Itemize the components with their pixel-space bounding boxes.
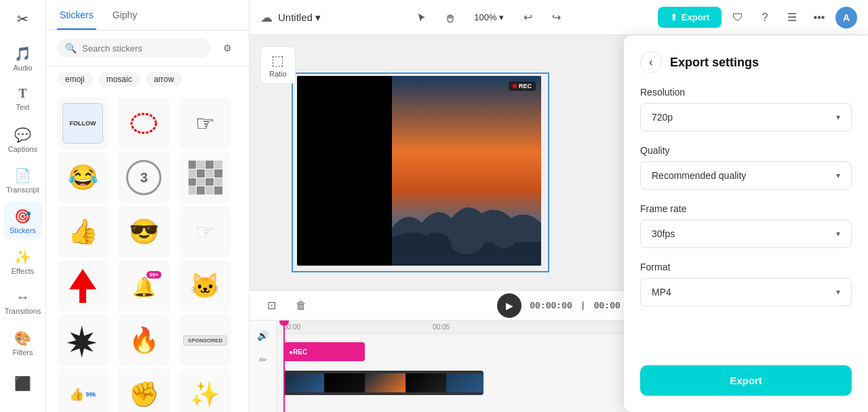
video-thumb-2 xyxy=(324,373,365,392)
filter-button[interactable]: ⚙ xyxy=(216,37,238,59)
chevron-down-icon: ▾ xyxy=(315,12,321,24)
export-button[interactable]: ⬆ Export xyxy=(658,7,722,28)
topbar: ☁ Untitled ▾ 100% ▾ ↩ ↪ ⬆ Export xyxy=(250,0,868,35)
sidebar-item-filters[interactable]: 🎨 Filters xyxy=(4,324,42,362)
resolution-value: 720p xyxy=(652,112,673,123)
help-icon-btn[interactable]: ? xyxy=(754,7,776,28)
export-panel-header: ‹ Export settings xyxy=(640,52,852,73)
avatar[interactable]: A xyxy=(835,7,857,28)
video-canvas: REC xyxy=(297,76,541,266)
format-field: Format MP4 ▾ xyxy=(640,262,852,306)
format-dropdown[interactable]: MP4 ▾ xyxy=(640,278,852,306)
ratio-icon: ⬚ xyxy=(271,52,284,68)
edit-button[interactable]: ✏ xyxy=(254,350,273,369)
video-thumb-3 xyxy=(365,373,406,392)
filters-icon: 🎨 xyxy=(14,330,31,346)
sidebar-item-audio[interactable]: 🎵 Audio xyxy=(4,39,42,77)
resolution-field: Resolution 720p ▾ xyxy=(640,87,852,131)
sticker-sponsored[interactable]: SPONSORED xyxy=(180,314,231,366)
sidebar-item-label: Text xyxy=(16,103,29,111)
search-bar: 🔍 ⚙ xyxy=(46,30,249,66)
stickers-icon: 🎯 xyxy=(14,208,31,224)
search-input-wrapper[interactable]: 🔍 xyxy=(57,39,211,58)
pointer-tool-button[interactable] xyxy=(410,6,433,29)
sticker-laughing[interactable]: 😂 xyxy=(57,152,108,203)
video-thumb-5 xyxy=(446,373,484,392)
ratio-label: Ratio xyxy=(269,70,287,78)
layout-icon-btn[interactable]: ☰ xyxy=(781,7,803,28)
back-button[interactable]: ‹ xyxy=(640,52,662,73)
sticker-like-counter[interactable]: 👍99k xyxy=(57,369,108,412)
more-icon-btn[interactable]: ••• xyxy=(808,7,830,28)
sidebar-item-label: Effects xyxy=(12,267,34,275)
sticker-sparkle-fist[interactable]: ✊ xyxy=(118,369,170,412)
sticker-cat[interactable]: 🐱 xyxy=(180,260,231,312)
zoom-control[interactable]: 100% ▾ xyxy=(467,9,511,25)
sidebar-item-text[interactable]: T Text xyxy=(4,80,42,118)
play-button[interactable]: ▶ xyxy=(497,293,521,318)
sticker-hand-pointer[interactable]: ☞ xyxy=(180,98,231,149)
quality-chevron-icon: ▾ xyxy=(836,171,840,180)
frame-rate-dropdown[interactable]: 30fps ▾ xyxy=(640,220,852,248)
sidebar-item-subtitles[interactable]: ⬛ xyxy=(4,365,42,403)
frame-rate-chevron-icon: ▾ xyxy=(836,229,840,239)
search-input[interactable] xyxy=(82,43,203,54)
sticker-burst[interactable] xyxy=(57,314,108,366)
filter-tag-arrow[interactable]: arrow xyxy=(146,72,182,87)
shield-icon-btn[interactable]: 🛡 xyxy=(727,7,749,28)
topbar-left: ☁ Untitled ▾ xyxy=(260,10,321,25)
sidebar-item-label: Stickers xyxy=(9,226,36,234)
tab-stickers[interactable]: Stickers xyxy=(57,0,96,30)
sticker-red-arrow[interactable] xyxy=(57,260,108,312)
sticker-fire[interactable]: 🔥 xyxy=(118,314,170,366)
video-sunset: REC xyxy=(392,76,541,266)
video-thumb-1 xyxy=(283,373,324,392)
export-submit-button[interactable]: Export xyxy=(640,365,852,396)
undo-button[interactable]: ↩ xyxy=(516,6,539,29)
sticker-follow-badge[interactable]: FOLLOW xyxy=(57,98,108,149)
sticker-countdown[interactable]: 3 xyxy=(118,152,170,203)
search-icon: 🔍 xyxy=(65,43,77,54)
video-clip[interactable] xyxy=(283,371,484,395)
quality-label: Quality xyxy=(640,145,852,156)
filter-icon: ⚙ xyxy=(223,43,232,54)
video-black-left xyxy=(297,76,392,266)
hand-tool-button[interactable] xyxy=(439,6,462,29)
timecode2: 00:00 xyxy=(594,300,620,310)
sidebar-item-transitions[interactable]: ↔ Transitions xyxy=(4,283,42,321)
play-icon: ▶ xyxy=(506,300,513,311)
clip-size-icon[interactable]: ⊡ xyxy=(260,295,282,316)
app-logo[interactable]: ✂ xyxy=(11,7,35,31)
delete-clip-button[interactable]: 🗑 xyxy=(290,295,312,316)
tab-giphy[interactable]: Giphy xyxy=(110,0,140,30)
resolution-label: Resolution xyxy=(640,87,852,98)
sidebar-item-transcript[interactable]: 📄 Transcript xyxy=(4,161,42,199)
sticker-cursor-pointer[interactable]: ☞ xyxy=(180,206,231,258)
redo-button[interactable]: ↪ xyxy=(545,6,568,29)
filter-tag-mosaic[interactable]: mosaic xyxy=(98,72,140,87)
export-panel: ‹ Export settings Resolution 720p ▾ Qual… xyxy=(624,35,868,412)
sidebar-item-effects[interactable]: ✨ Effects xyxy=(4,243,42,281)
sticker-circle-scribble[interactable] xyxy=(118,98,170,149)
volume-button[interactable]: 🔊 xyxy=(254,326,273,345)
sticker-notification-badge[interactable]: 🔔99+ xyxy=(118,260,170,312)
quality-dropdown[interactable]: Recommended quality ▾ xyxy=(640,161,852,190)
sidebar-item-stickers[interactable]: 🎯 Stickers xyxy=(4,202,42,240)
svg-marker-1 xyxy=(69,269,96,303)
sticker-clip[interactable]: ●REC xyxy=(283,342,365,361)
video-thumb-4 xyxy=(406,373,446,392)
sticker-thumbs-up-animated[interactable]: 👍 xyxy=(57,206,108,258)
project-name[interactable]: Untitled ▾ xyxy=(278,12,321,24)
timeline-playhead[interactable] xyxy=(283,321,285,412)
filter-tag-emoji[interactable]: emoji xyxy=(57,72,93,87)
timeline-left-controls: 🔊 ✏ xyxy=(250,321,277,412)
resolution-dropdown[interactable]: 720p ▾ xyxy=(640,103,852,131)
topbar-center: 100% ▾ ↩ ↪ xyxy=(410,6,568,29)
sticker-mosaic[interactable] xyxy=(180,152,231,203)
sticker-sparkle-stars[interactable]: ✨ xyxy=(180,369,231,412)
sidebar-item-captions[interactable]: 💬 Captions xyxy=(4,121,42,159)
format-chevron-icon: ▾ xyxy=(836,287,840,297)
sticker-sunglasses[interactable]: 😎 xyxy=(118,206,170,258)
ratio-button[interactable]: ⬚ Ratio xyxy=(260,46,296,84)
export-icon: ⬆ xyxy=(670,12,677,22)
